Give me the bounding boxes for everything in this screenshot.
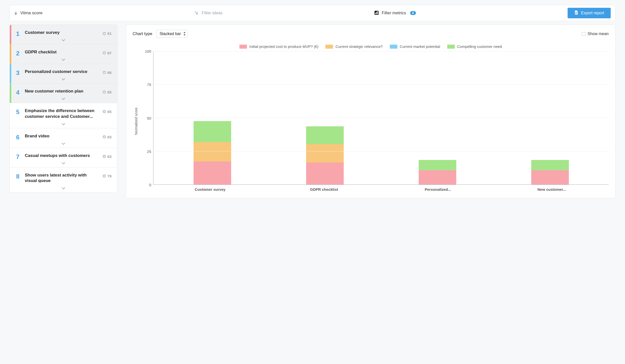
idea-row[interactable]: 2GDPR checklist87 [10, 44, 117, 64]
chevron-down-icon[interactable] [62, 38, 65, 42]
x-label: Personalized... [381, 185, 495, 192]
bar-segment [306, 162, 344, 185]
idea-title: New customer retention plan [25, 88, 112, 94]
bar-segment [306, 144, 344, 163]
toolbar: Viima score Filter ideas Filter metrics … [10, 5, 615, 21]
filter-icon [194, 11, 199, 16]
chevron-down-icon[interactable] [62, 186, 65, 190]
idea-rank: 7 [15, 153, 21, 160]
idea-row[interactable]: 7Casual meetups with customers83 [10, 148, 117, 167]
stacked-bar[interactable] [306, 97, 344, 185]
idea-list: 1Customer survey912GDPR checklist873Pers… [10, 25, 117, 193]
idea-rank: 8 [15, 173, 21, 180]
chart-panel: Chart type Stacked bar Show mean Initial… [126, 25, 615, 198]
bar-chart-icon [374, 11, 379, 16]
idea-score: 83 [103, 154, 112, 159]
bar-segment [419, 160, 456, 170]
color-stripe [10, 83, 11, 103]
bar-segment [306, 126, 344, 144]
show-mean-toggle[interactable]: Show mean [582, 32, 609, 36]
stacked-bar[interactable] [531, 127, 569, 185]
gridline [153, 84, 609, 85]
legend-item[interactable]: Current strategic relevance? [325, 44, 383, 49]
svg-rect-8 [377, 11, 378, 14]
svg-rect-11 [575, 14, 577, 14]
filter-ideas-control[interactable]: Filter ideas [194, 11, 222, 16]
y-tick: 50 [147, 116, 151, 120]
idea-row[interactable]: 3Personalized customer service86 [10, 64, 117, 83]
idea-row[interactable]: 1Customer survey91 [10, 25, 117, 44]
legend-label: Current strategic relevance? [335, 44, 383, 49]
legend-swatch [325, 45, 333, 49]
chevron-down-icon[interactable] [62, 142, 65, 146]
idea-score: 85 [103, 90, 112, 94]
bar-segment [194, 161, 231, 185]
idea-title: Emphasize the difference between custome… [25, 108, 112, 120]
gridline [153, 51, 609, 51]
idea-row[interactable]: 5Emphasize the difference between custom… [10, 103, 117, 128]
svg-point-4 [197, 11, 198, 12]
stacked-bar[interactable] [419, 127, 456, 185]
svg-point-2 [195, 11, 196, 13]
chevron-down-icon[interactable] [62, 77, 65, 81]
legend-swatch [447, 45, 455, 49]
sort-control[interactable]: Viima score [14, 11, 43, 16]
idea-score: 91 [103, 31, 112, 36]
color-stripe [10, 25, 11, 44]
legend-label: Compelling customer need [457, 44, 502, 49]
checkbox-icon [582, 32, 586, 36]
legend-item[interactable]: Initial projected cost to produce MVP? (… [239, 44, 318, 49]
chart-type-value: Stacked bar [159, 32, 181, 36]
chart-type-select[interactable]: Stacked bar [156, 30, 188, 38]
idea-rank: 1 [15, 30, 21, 37]
filter-metrics-control[interactable]: Filter metrics 4 [374, 11, 416, 16]
x-label: New customer... [495, 185, 609, 192]
chevron-down-icon[interactable] [62, 122, 65, 126]
idea-row[interactable]: 4New customer retention plan85 [10, 83, 117, 103]
y-tick: 100 [145, 49, 151, 53]
y-tick: 25 [147, 149, 151, 153]
color-stripe [10, 44, 11, 64]
stacked-bar[interactable] [194, 93, 231, 185]
sort-label: Viima score [20, 11, 43, 16]
idea-row[interactable]: 8Show users latest activity with visual … [10, 167, 117, 193]
idea-row[interactable]: 6Brand video83 [10, 128, 117, 148]
bar-segment [531, 160, 569, 170]
filter-metrics-label: Filter metrics [382, 11, 406, 16]
legend-swatch [390, 45, 397, 49]
filter-ideas-label: Filter ideas [202, 11, 222, 16]
x-label: GDPR checklist [267, 185, 381, 192]
x-axis-labels: Customer surveyGDPR checklistPersonalize… [153, 185, 609, 192]
chevron-down-icon[interactable] [62, 161, 65, 165]
export-report-button[interactable]: Export report [568, 8, 611, 18]
bar-segment [531, 170, 569, 185]
idea-score: 87 [103, 51, 112, 55]
gridline [153, 118, 609, 118]
svg-rect-7 [376, 12, 377, 14]
idea-rank: 5 [15, 109, 21, 116]
y-axis-ticks: 0255075100 [140, 51, 153, 185]
export-report-label: Export report [581, 11, 604, 15]
idea-rank: 6 [15, 134, 21, 141]
color-stripe [10, 64, 11, 83]
svg-rect-9 [575, 12, 577, 12]
chevron-down-icon[interactable] [62, 58, 65, 62]
bars-frame [153, 51, 609, 185]
idea-title: Customer survey [25, 30, 112, 36]
y-tick: 75 [147, 82, 151, 87]
idea-rank: 4 [15, 89, 21, 96]
idea-score: 86 [103, 70, 112, 75]
idea-title: Personalized customer service [25, 69, 112, 75]
svg-rect-6 [375, 13, 376, 14]
idea-rank: 2 [15, 50, 21, 57]
svg-point-3 [196, 12, 198, 14]
legend-swatch [239, 45, 247, 49]
sort-icon [14, 11, 17, 15]
legend-item[interactable]: Compelling customer need [447, 44, 502, 49]
idea-title: Show users latest activity with visual q… [25, 172, 112, 184]
chart-controls: Chart type Stacked bar Show mean [133, 30, 609, 38]
chevron-down-icon[interactable] [62, 97, 65, 101]
show-mean-label: Show mean [588, 32, 609, 36]
legend-item[interactable]: Current market potential [390, 44, 440, 49]
legend-label: Current market potential [400, 44, 440, 49]
